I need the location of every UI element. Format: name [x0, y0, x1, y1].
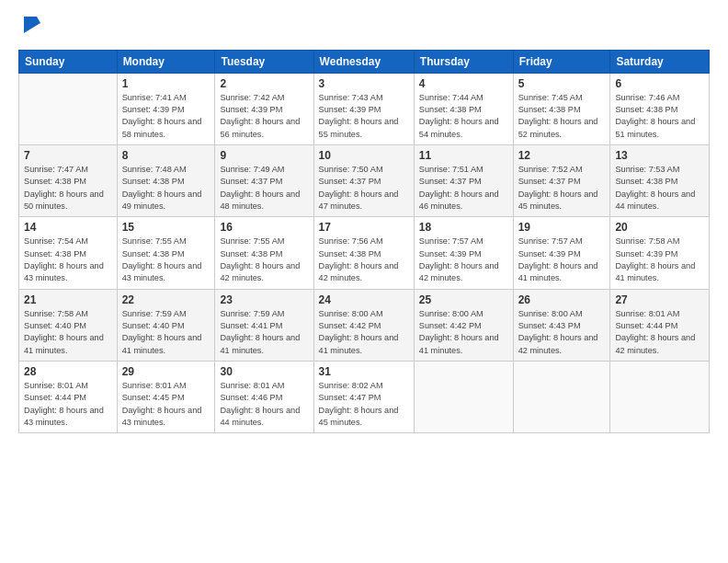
calendar-cell: 15Sunrise: 7:55 AMSunset: 4:38 PMDayligh…: [117, 217, 215, 289]
day-info: Sunrise: 7:59 AMSunset: 4:40 PMDaylight:…: [122, 308, 210, 357]
svg-marker-0: [24, 17, 40, 33]
calendar-cell: 3Sunrise: 7:43 AMSunset: 4:39 PMDaylight…: [313, 73, 414, 144]
day-number: 27: [615, 293, 704, 306]
logo-text: [18, 15, 40, 40]
day-info: Sunrise: 7:56 AMSunset: 4:38 PMDaylight:…: [319, 236, 409, 284]
day-number: 22: [122, 293, 210, 306]
calendar-cell: 7Sunrise: 7:47 AMSunset: 4:38 PMDaylight…: [19, 144, 118, 216]
day-number: 25: [419, 293, 508, 306]
calendar-cell: [414, 362, 513, 433]
day-info: Sunrise: 7:51 AMSunset: 4:37 PMDaylight:…: [419, 164, 508, 213]
calendar-cell: 29Sunrise: 8:01 AMSunset: 4:45 PMDayligh…: [117, 362, 215, 433]
day-info: Sunrise: 7:43 AMSunset: 4:39 PMDaylight:…: [319, 92, 409, 141]
calendar-cell: 13Sunrise: 7:53 AMSunset: 4:38 PMDayligh…: [610, 144, 710, 216]
logo: [18, 15, 40, 40]
day-info: Sunrise: 7:58 AMSunset: 4:39 PMDaylight:…: [615, 236, 704, 284]
page: SundayMondayTuesdayWednesdayThursdayFrid…: [0, 0, 728, 563]
day-number: 1: [122, 77, 210, 90]
day-number: 30: [220, 365, 308, 378]
calendar: SundayMondayTuesdayWednesdayThursdayFrid…: [18, 50, 710, 434]
day-number: 18: [419, 221, 508, 234]
day-number: 26: [518, 293, 606, 306]
day-number: 24: [319, 293, 409, 306]
calendar-week-2: 7Sunrise: 7:47 AMSunset: 4:38 PMDaylight…: [19, 144, 710, 216]
calendar-cell: 30Sunrise: 8:01 AMSunset: 4:46 PMDayligh…: [215, 362, 313, 433]
header: [18, 15, 710, 40]
calendar-cell: 5Sunrise: 7:45 AMSunset: 4:38 PMDaylight…: [513, 73, 610, 144]
day-info: Sunrise: 7:41 AMSunset: 4:39 PMDaylight:…: [122, 92, 210, 141]
calendar-week-5: 28Sunrise: 8:01 AMSunset: 4:44 PMDayligh…: [19, 362, 710, 433]
day-info: Sunrise: 8:01 AMSunset: 4:44 PMDaylight:…: [615, 308, 704, 357]
day-number: 29: [122, 365, 210, 378]
day-info: Sunrise: 8:01 AMSunset: 4:46 PMDaylight:…: [220, 380, 308, 429]
day-info: Sunrise: 7:50 AMSunset: 4:37 PMDaylight:…: [319, 164, 409, 213]
weekday-header-saturday: Saturday: [610, 50, 710, 73]
calendar-cell: 1Sunrise: 7:41 AMSunset: 4:39 PMDaylight…: [117, 73, 215, 144]
day-info: Sunrise: 7:45 AMSunset: 4:38 PMDaylight:…: [518, 92, 606, 141]
weekday-header-wednesday: Wednesday: [313, 50, 414, 73]
day-number: 5: [518, 77, 606, 90]
day-number: 16: [220, 221, 308, 234]
day-info: Sunrise: 7:57 AMSunset: 4:39 PMDaylight:…: [419, 236, 508, 284]
day-number: 12: [518, 149, 606, 162]
day-info: Sunrise: 8:00 AMSunset: 4:42 PMDaylight:…: [319, 308, 409, 357]
calendar-cell: 22Sunrise: 7:59 AMSunset: 4:40 PMDayligh…: [117, 289, 215, 361]
day-number: 2: [220, 77, 308, 90]
calendar-week-4: 21Sunrise: 7:58 AMSunset: 4:40 PMDayligh…: [19, 289, 710, 361]
day-info: Sunrise: 7:55 AMSunset: 4:38 PMDaylight:…: [220, 236, 308, 284]
day-number: 6: [615, 77, 704, 90]
calendar-cell: 31Sunrise: 8:02 AMSunset: 4:47 PMDayligh…: [313, 362, 414, 433]
calendar-cell: 10Sunrise: 7:50 AMSunset: 4:37 PMDayligh…: [313, 144, 414, 216]
calendar-cell: 14Sunrise: 7:54 AMSunset: 4:38 PMDayligh…: [19, 217, 118, 289]
day-info: Sunrise: 8:01 AMSunset: 4:44 PMDaylight:…: [24, 380, 112, 429]
weekday-header-monday: Monday: [117, 50, 215, 73]
day-number: 20: [615, 221, 704, 234]
weekday-header-thursday: Thursday: [414, 50, 513, 73]
day-info: Sunrise: 7:46 AMSunset: 4:38 PMDaylight:…: [615, 92, 704, 141]
day-number: 13: [615, 149, 704, 162]
day-number: 21: [24, 293, 112, 306]
calendar-cell: [610, 362, 710, 433]
day-info: Sunrise: 7:44 AMSunset: 4:38 PMDaylight:…: [419, 92, 508, 141]
calendar-cell: 23Sunrise: 7:59 AMSunset: 4:41 PMDayligh…: [215, 289, 313, 361]
calendar-cell: 26Sunrise: 8:00 AMSunset: 4:43 PMDayligh…: [513, 289, 610, 361]
calendar-cell: 2Sunrise: 7:42 AMSunset: 4:39 PMDaylight…: [215, 73, 313, 144]
calendar-cell: 16Sunrise: 7:55 AMSunset: 4:38 PMDayligh…: [215, 217, 313, 289]
calendar-cell: 11Sunrise: 7:51 AMSunset: 4:37 PMDayligh…: [414, 144, 513, 216]
day-info: Sunrise: 7:47 AMSunset: 4:38 PMDaylight:…: [24, 164, 112, 213]
calendar-cell: 20Sunrise: 7:58 AMSunset: 4:39 PMDayligh…: [610, 217, 710, 289]
day-number: 28: [24, 365, 112, 378]
calendar-cell: [19, 73, 118, 144]
day-number: 19: [518, 221, 606, 234]
calendar-cell: 25Sunrise: 8:00 AMSunset: 4:42 PMDayligh…: [414, 289, 513, 361]
day-number: 8: [122, 149, 210, 162]
day-number: 9: [220, 149, 308, 162]
day-number: 17: [319, 221, 409, 234]
day-info: Sunrise: 7:53 AMSunset: 4:38 PMDaylight:…: [615, 164, 704, 213]
day-info: Sunrise: 7:55 AMSunset: 4:38 PMDaylight:…: [122, 236, 210, 284]
calendar-cell: 19Sunrise: 7:57 AMSunset: 4:39 PMDayligh…: [513, 217, 610, 289]
calendar-cell: 4Sunrise: 7:44 AMSunset: 4:38 PMDaylight…: [414, 73, 513, 144]
calendar-cell: 12Sunrise: 7:52 AMSunset: 4:37 PMDayligh…: [513, 144, 610, 216]
weekday-header-tuesday: Tuesday: [215, 50, 313, 73]
day-number: 4: [419, 77, 508, 90]
calendar-cell: 28Sunrise: 8:01 AMSunset: 4:44 PMDayligh…: [19, 362, 118, 433]
calendar-week-3: 14Sunrise: 7:54 AMSunset: 4:38 PMDayligh…: [19, 217, 710, 289]
day-info: Sunrise: 7:42 AMSunset: 4:39 PMDaylight:…: [220, 92, 308, 141]
weekday-header-row: SundayMondayTuesdayWednesdayThursdayFrid…: [19, 50, 710, 73]
day-info: Sunrise: 7:54 AMSunset: 4:38 PMDaylight:…: [24, 236, 112, 284]
calendar-cell: 17Sunrise: 7:56 AMSunset: 4:38 PMDayligh…: [313, 217, 414, 289]
day-info: Sunrise: 8:02 AMSunset: 4:47 PMDaylight:…: [319, 380, 409, 429]
calendar-cell: 18Sunrise: 7:57 AMSunset: 4:39 PMDayligh…: [414, 217, 513, 289]
day-info: Sunrise: 8:01 AMSunset: 4:45 PMDaylight:…: [122, 380, 210, 429]
day-info: Sunrise: 7:58 AMSunset: 4:40 PMDaylight:…: [24, 308, 112, 357]
weekday-header-friday: Friday: [513, 50, 610, 73]
day-info: Sunrise: 7:57 AMSunset: 4:39 PMDaylight:…: [518, 236, 606, 284]
calendar-cell: 8Sunrise: 7:48 AMSunset: 4:38 PMDaylight…: [117, 144, 215, 216]
day-info: Sunrise: 7:59 AMSunset: 4:41 PMDaylight:…: [220, 308, 308, 357]
calendar-cell: [513, 362, 610, 433]
day-info: Sunrise: 7:48 AMSunset: 4:38 PMDaylight:…: [122, 164, 210, 213]
calendar-week-1: 1Sunrise: 7:41 AMSunset: 4:39 PMDaylight…: [19, 73, 710, 144]
day-info: Sunrise: 7:49 AMSunset: 4:37 PMDaylight:…: [220, 164, 308, 213]
day-number: 15: [122, 221, 210, 234]
